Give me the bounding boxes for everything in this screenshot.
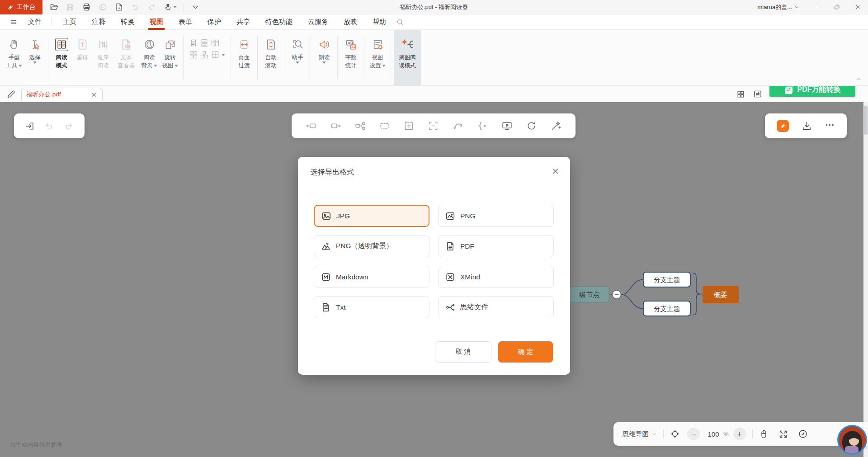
menu-item-present[interactable]: 放映 bbox=[339, 14, 362, 30]
reflow-button[interactable]: 重排 bbox=[72, 30, 93, 85]
menu-item-convert[interactable]: 转换 bbox=[116, 14, 139, 30]
menu-item-share[interactable]: 共享 bbox=[232, 14, 255, 30]
workspace-button[interactable]: 工作台 bbox=[0, 0, 42, 14]
menu-item-comment[interactable]: 注释 bbox=[87, 14, 110, 30]
menu-bar: 文件 主页 注释 转换 视图 表单 保护 共享 特色功能 云服务 放映 帮助 bbox=[0, 14, 868, 30]
mindmap-redo-icon[interactable] bbox=[64, 121, 74, 131]
reverse-read-button[interactable]: 逆序 阅读 bbox=[93, 30, 113, 85]
redo-icon[interactable] bbox=[146, 2, 156, 12]
export-option-pdf[interactable]: PDF bbox=[438, 235, 554, 257]
dialog-close-icon[interactable]: ✕ bbox=[552, 167, 559, 176]
facing-continuous-layout-icon[interactable] bbox=[189, 50, 198, 59]
hamburger-menu-icon[interactable] bbox=[10, 19, 17, 26]
menu-item-protect[interactable]: 保护 bbox=[203, 14, 226, 30]
mindmap-read-mode-button[interactable]: 脑图阅 读模式 bbox=[394, 30, 421, 85]
insert-sibling-topic-icon[interactable] bbox=[330, 120, 341, 132]
vertical-scrollbar[interactable] bbox=[863, 102, 868, 457]
presentation-icon[interactable] bbox=[501, 120, 513, 132]
maximize-button[interactable] bbox=[826, 0, 847, 14]
export-option-txt[interactable]: Txt bbox=[314, 296, 429, 318]
search-icon[interactable] bbox=[396, 18, 404, 26]
view-settings-button[interactable]: 视图 设置 bbox=[367, 30, 388, 85]
single-page-layout-icon[interactable] bbox=[189, 38, 198, 47]
guide-help-icon[interactable] bbox=[798, 429, 808, 439]
side-panel-icon[interactable] bbox=[753, 90, 762, 99]
customize-toolbar-icon[interactable] bbox=[190, 2, 200, 12]
document-tab[interactable]: 福昕办公.pdf ✕ bbox=[21, 88, 103, 101]
continuous-layout-icon[interactable] bbox=[200, 38, 209, 47]
read-background-button[interactable]: 阅读 背景 bbox=[139, 30, 160, 85]
menu-item-view[interactable]: 视图 bbox=[145, 14, 168, 30]
split-view-icon[interactable] bbox=[211, 50, 220, 59]
ai-beautify-wand-icon[interactable] bbox=[550, 120, 561, 132]
floating-topic-icon[interactable] bbox=[379, 120, 390, 132]
download-icon[interactable] bbox=[802, 121, 812, 131]
save-icon[interactable] bbox=[65, 2, 75, 12]
mouse-mode-icon[interactable] bbox=[759, 429, 769, 439]
close-window-button[interactable] bbox=[847, 0, 868, 14]
hand-tool-dropdown-icon bbox=[173, 6, 177, 8]
mindmap-undo-icon[interactable] bbox=[44, 121, 54, 131]
insert-child-topic-icon[interactable] bbox=[354, 120, 366, 132]
copy-page-icon[interactable] bbox=[98, 2, 108, 12]
undo-icon[interactable] bbox=[130, 2, 140, 12]
confirm-button[interactable]: 确 定 bbox=[498, 341, 553, 363]
insert-node-icon[interactable] bbox=[403, 120, 415, 132]
new-document-icon[interactable] bbox=[114, 2, 124, 12]
zoom-in-button[interactable] bbox=[733, 428, 746, 440]
rotate-view-button[interactable]: 旋转 视图 bbox=[160, 30, 180, 85]
exit-mindmap-icon[interactable] bbox=[25, 121, 35, 131]
export-option-png[interactable]: PNG bbox=[438, 205, 554, 227]
word-count-button[interactable]: 字数 统计 bbox=[340, 30, 361, 85]
minimize-button[interactable] bbox=[806, 0, 826, 14]
text-viewer-button[interactable]: 文本 查看器 bbox=[113, 30, 139, 85]
menu-item-file[interactable]: 文件 bbox=[24, 14, 46, 30]
relationship-line-icon[interactable] bbox=[453, 120, 464, 132]
read-mode-button[interactable]: 阅读 模式 bbox=[51, 30, 72, 85]
refresh-layout-icon[interactable] bbox=[526, 120, 537, 132]
brand-badge-icon[interactable] bbox=[777, 120, 789, 132]
select-tool-button[interactable]: 选择 bbox=[24, 30, 45, 85]
summary-brace-icon[interactable] bbox=[477, 120, 488, 132]
open-file-icon[interactable] bbox=[49, 2, 59, 12]
account-menu[interactable]: miarua的监... bbox=[751, 3, 806, 11]
outer-frame-icon[interactable] bbox=[428, 120, 439, 132]
assistant-avatar[interactable] bbox=[837, 425, 867, 455]
map-type-selector[interactable]: 思维导图 bbox=[623, 430, 657, 438]
layout-dropdown-icon[interactable] bbox=[222, 54, 225, 56]
more-options-icon[interactable] bbox=[825, 120, 835, 132]
cancel-button[interactable]: 取 消 bbox=[435, 341, 491, 363]
assistant-button[interactable]: 助手 bbox=[287, 30, 308, 85]
export-option-png-transparent[interactable]: PNG（透明背景） bbox=[314, 235, 429, 257]
facing-layout-icon[interactable] bbox=[211, 38, 220, 47]
markdown-icon bbox=[321, 272, 331, 282]
export-option-mind-file[interactable]: 思绪文件 bbox=[438, 296, 554, 318]
export-option-jpg[interactable]: JPG bbox=[314, 205, 429, 227]
menu-item-help[interactable]: 帮助 bbox=[368, 14, 391, 30]
hand-select-tool-icon[interactable] bbox=[163, 2, 177, 12]
menu-item-home[interactable]: 主页 bbox=[58, 14, 81, 30]
hand-tool-button[interactable]: 手型 工具 bbox=[4, 30, 24, 85]
menu-item-cloud[interactable]: 云服务 bbox=[303, 14, 333, 30]
menu-item-features[interactable]: 特色功能 bbox=[261, 14, 297, 30]
rename-pencil-icon[interactable] bbox=[6, 90, 16, 99]
export-option-xmind[interactable]: XMind bbox=[438, 266, 554, 288]
fullscreen-icon[interactable] bbox=[778, 429, 788, 439]
grid-view-icon[interactable] bbox=[736, 90, 745, 99]
tabbar-right-tools bbox=[736, 86, 762, 102]
cover-page-layout-icon[interactable] bbox=[200, 50, 209, 59]
zoom-out-button[interactable] bbox=[687, 428, 700, 440]
page-transition-icon bbox=[238, 35, 250, 53]
scrollbar-thumb[interactable] bbox=[864, 106, 868, 135]
read-aloud-button[interactable]: 朗读 bbox=[314, 30, 335, 85]
close-tab-icon[interactable]: ✕ bbox=[90, 90, 98, 99]
insert-parent-topic-icon[interactable] bbox=[306, 120, 317, 132]
print-icon[interactable] bbox=[81, 2, 91, 12]
menu-item-form[interactable]: 表单 bbox=[174, 14, 197, 30]
account-chevron-icon bbox=[794, 5, 799, 9]
locate-center-icon[interactable] bbox=[670, 429, 680, 439]
export-option-markdown[interactable]: Markdown bbox=[314, 266, 429, 288]
auto-scroll-button[interactable]: 自动 滚动 bbox=[260, 30, 281, 85]
collapse-ribbon-icon[interactable] bbox=[855, 76, 862, 82]
page-transition-button[interactable]: 页面 过渡 bbox=[234, 30, 255, 85]
